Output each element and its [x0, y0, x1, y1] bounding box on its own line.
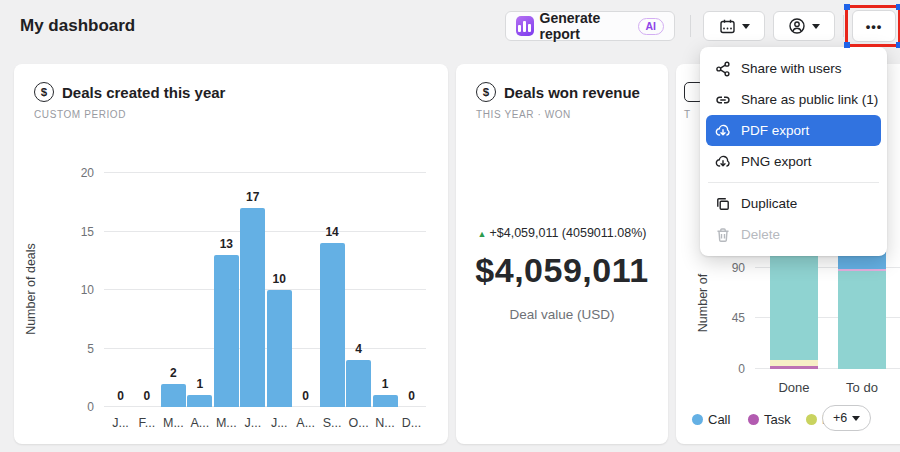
stacked-bar-to-do[interactable]	[838, 252, 886, 369]
card-title: Deals created this year	[62, 84, 225, 101]
card-title: Deals won revenue	[504, 84, 640, 101]
card-subtitle: THIS YEAR · WON	[476, 109, 658, 120]
generate-report-label: Generate report	[540, 10, 632, 42]
date-filter-dropdown[interactable]	[703, 11, 765, 41]
x-tick-label: J...	[244, 416, 261, 430]
bar[interactable]	[240, 208, 265, 407]
legend-label: Task	[764, 412, 791, 427]
bar-value-label: 0	[408, 389, 415, 403]
bar-value-label: 17	[246, 190, 259, 204]
y-tick-label: 0	[738, 362, 745, 376]
link-icon	[715, 92, 731, 108]
bar-value-label: 1	[197, 377, 204, 391]
menu-item-label: PNG export	[741, 154, 812, 169]
duplicate-icon	[715, 196, 731, 212]
x-tick-label: J...	[271, 416, 288, 430]
generate-report-button[interactable]: Generate report AI	[505, 11, 675, 41]
y-tick-label: 15	[81, 225, 94, 239]
x-tick-label: F...	[139, 416, 156, 430]
user-filter-dropdown[interactable]	[773, 11, 835, 41]
menu-item-delete: Delete	[706, 219, 881, 250]
x-tick-label: A...	[190, 416, 209, 430]
bar-value-label: 2	[170, 366, 177, 380]
kpi-caption: Deal value (USD)	[466, 307, 658, 322]
legend-label: Call	[708, 412, 730, 427]
bar-column: 1A...	[187, 173, 212, 407]
bar-column: 1N...	[373, 173, 398, 407]
bar-column: 10J...	[267, 173, 292, 407]
bar[interactable]	[346, 360, 371, 407]
chevron-down-icon	[812, 24, 820, 29]
kpi-delta: ▲+$4,059,011 (4059011.08%)	[466, 226, 658, 240]
bar-column: 17J...	[240, 173, 265, 407]
menu-item-duplicate[interactable]: Duplicate	[706, 188, 881, 219]
menu-item-label: Delete	[741, 227, 780, 242]
legend-dot	[806, 414, 817, 425]
legend-more-dropdown[interactable]: +6	[822, 405, 871, 431]
x-tick-label: S...	[323, 416, 342, 430]
y-tick-label: 90	[732, 261, 745, 275]
bar[interactable]	[187, 395, 212, 407]
more-options-button[interactable]: •••	[852, 10, 896, 42]
legend-dot	[692, 414, 703, 425]
x-tick-label: M...	[216, 416, 237, 430]
chevron-down-icon	[852, 416, 860, 421]
menu-item-share-as-public-link-1[interactable]: Share as public link (1)	[706, 84, 881, 115]
trash-icon	[715, 227, 731, 243]
kpi-value: $4,059,011	[471, 250, 653, 291]
stack-segment-meeting	[838, 271, 886, 369]
bar-value-label: 0	[117, 389, 124, 403]
deals-won-revenue-card: $ Deals won revenue THIS YEAR · WON ▲+$4…	[456, 64, 668, 444]
bar-column: 0F...	[134, 173, 159, 407]
x-tick-label: N...	[375, 416, 394, 430]
dashboard-header: My dashboard Generate report AI	[0, 0, 900, 52]
x-tick-label: O...	[349, 416, 369, 430]
card-subtitle: CUSTOM PERIOD	[34, 109, 438, 120]
x-tick-label: M...	[163, 416, 184, 430]
deals-created-card: $ Deals created this year CUSTOM PERIOD …	[14, 64, 448, 444]
bar-column: 0D...	[399, 173, 424, 407]
bar[interactable]	[161, 384, 186, 407]
more-options-menu: Share with usersShare as public link (1)…	[700, 47, 887, 256]
menu-item-label: Share with users	[741, 61, 842, 76]
page-title: My dashboard	[20, 16, 135, 36]
y-tick-label: 0	[87, 400, 94, 414]
cloud-download-icon	[715, 123, 731, 139]
bar[interactable]	[373, 395, 398, 407]
bar-column: 0A...	[293, 173, 318, 407]
dollar-circle-icon: $	[34, 82, 54, 102]
stacked-bar-done[interactable]	[770, 252, 818, 369]
menu-item-label: Share as public link (1)	[741, 92, 878, 107]
bar-value-label: 1	[382, 377, 389, 391]
bar-value-label: 13	[220, 237, 233, 251]
bar-column: 2M...	[161, 173, 186, 407]
menu-item-label: PDF export	[741, 123, 809, 138]
bar-value-label: 0	[302, 389, 309, 403]
bar-column: 14S...	[320, 173, 345, 407]
menu-item-png-export[interactable]: PNG export	[706, 146, 881, 177]
x-tick-label: J...	[112, 416, 129, 430]
stack-segment-meeting	[770, 252, 818, 360]
legend-item-task: Task	[748, 412, 791, 427]
y-tick-label: 5	[87, 342, 94, 356]
bar-chart-icon	[516, 16, 534, 36]
menu-item-label: Duplicate	[741, 196, 797, 211]
menu-item-share-with-users[interactable]: Share with users	[706, 53, 881, 84]
y-tick-label: 10	[81, 283, 94, 297]
calendar-icon	[719, 18, 736, 35]
x-tick-label: D...	[402, 416, 421, 430]
bar-column: 13M...	[214, 173, 239, 407]
bar-value-label: 10	[273, 272, 286, 286]
y-tick-label: 20	[81, 166, 94, 180]
x-tick-label: A...	[296, 416, 315, 430]
bar[interactable]	[267, 290, 292, 407]
stack-segment-task	[770, 366, 818, 369]
bar-column: 0J...	[108, 173, 133, 407]
legend-dot	[748, 414, 759, 425]
bar[interactable]	[320, 243, 345, 407]
menu-item-pdf-export[interactable]: PDF export	[706, 115, 881, 146]
header-divider	[843, 15, 844, 37]
ai-badge: AI	[638, 18, 665, 35]
bar[interactable]	[214, 255, 239, 407]
bar-value-label: 0	[144, 389, 151, 403]
